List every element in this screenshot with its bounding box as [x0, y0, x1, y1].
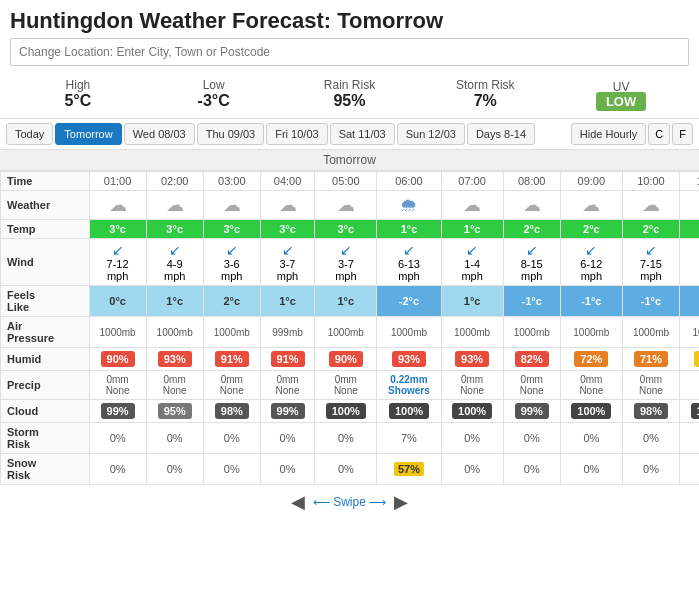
row-storm: StormRisk 0% 0% 0% 0% 0% 7% 0% 0% 0% 0% …: [1, 423, 700, 454]
row-feels: FeelsLike 0°c 1°c 2°c 1°c 1°c -2°c 1°c -…: [1, 286, 700, 317]
row-label-time: Time: [1, 172, 90, 191]
summary-low: Low -3°C: [146, 78, 282, 110]
tab-thu[interactable]: Thu 09/03: [197, 123, 265, 145]
row-time: Time 01:00 02:00 03:00 04:00 05:00 06:00…: [1, 172, 700, 191]
row-label-humid: Humid: [1, 348, 90, 371]
row-label-snow: SnowRisk: [1, 454, 90, 485]
tab-fri[interactable]: Fri 10/03: [266, 123, 327, 145]
summary-uv: UV LOW: [553, 80, 689, 109]
tab-wed[interactable]: Wed 08/03: [124, 123, 195, 145]
section-label: Tomorrow: [0, 150, 699, 171]
scroll-left-button[interactable]: ◀: [287, 491, 309, 513]
row-label-temp: Temp: [1, 220, 90, 239]
row-label-cloud: Cloud: [1, 400, 90, 423]
row-label-wind: Wind: [1, 239, 90, 286]
page-title: Huntingdon Weather Forecast: Tomorrow: [0, 0, 699, 38]
row-cloud: Cloud 99% 95% 98% 99% 100% 100% 100% 99%…: [1, 400, 700, 423]
tab-sun[interactable]: Sun 12/03: [397, 123, 465, 145]
swipe-label: ⟵ Swipe ⟶: [313, 495, 386, 509]
tab-days8-14[interactable]: Days 8-14: [467, 123, 535, 145]
row-precip: Precip 0mmNone 0mmNone 0mmNone 0mmNone 0…: [1, 371, 700, 400]
row-snow: SnowRisk 0% 0% 0% 0% 0% 57% 0% 0% 0% 0% …: [1, 454, 700, 485]
location-bar: [10, 38, 689, 66]
summary-row: High 5°C Low -3°C Rain Risk 95% Storm Ri…: [0, 74, 699, 119]
row-label-weather: Weather: [1, 191, 90, 220]
row-label-storm: StormRisk: [1, 423, 90, 454]
row-pressure: AirPressure 1000mb 1000mb 1000mb 999mb 1…: [1, 317, 700, 348]
row-humid: Humid 90% 93% 91% 91% 90% 93% 93% 82% 72…: [1, 348, 700, 371]
tab-sat[interactable]: Sat 11/03: [330, 123, 395, 145]
tab-celsius[interactable]: C: [648, 123, 670, 145]
tab-hide-hourly[interactable]: Hide Hourly: [571, 123, 646, 145]
scroll-wrapper[interactable]: Time 01:00 02:00 03:00 04:00 05:00 06:00…: [0, 171, 699, 485]
row-label-precip: Precip: [1, 371, 90, 400]
tab-fahrenheit[interactable]: F: [672, 123, 693, 145]
summary-storm: Storm Risk 7%: [417, 78, 553, 110]
location-input[interactable]: [10, 38, 689, 66]
nav-tabs: Today Tomorrow Wed 08/03 Thu 09/03 Fri 1…: [0, 119, 699, 150]
tab-tomorrow[interactable]: Tomorrow: [55, 123, 121, 145]
row-wind: Wind ↙7-12mph ↙4-9mph ↙3-6mph ↙3-7mph ↙3…: [1, 239, 700, 286]
summary-rain: Rain Risk 95%: [282, 78, 418, 110]
row-weather: Weather ☁ ☁ ☁ ☁ ☁ 🌧 ☁ ☁ ☁ ☁ ☁ ☁ ☁ ☁: [1, 191, 700, 220]
row-label-feels: FeelsLike: [1, 286, 90, 317]
tab-today[interactable]: Today: [6, 123, 53, 145]
row-label-pressure: AirPressure: [1, 317, 90, 348]
uv-badge: LOW: [596, 92, 646, 111]
scroll-right-button[interactable]: ▶: [390, 491, 412, 513]
summary-high: High 5°C: [10, 78, 146, 110]
scroll-nav: ◀ ⟵ Swipe ⟶ ▶: [0, 485, 699, 519]
data-table: Time 01:00 02:00 03:00 04:00 05:00 06:00…: [0, 171, 699, 485]
row-temp: Temp 3°c 3°c 3°c 3°c 3°c 1°c 1°c 2°c 2°c…: [1, 220, 700, 239]
